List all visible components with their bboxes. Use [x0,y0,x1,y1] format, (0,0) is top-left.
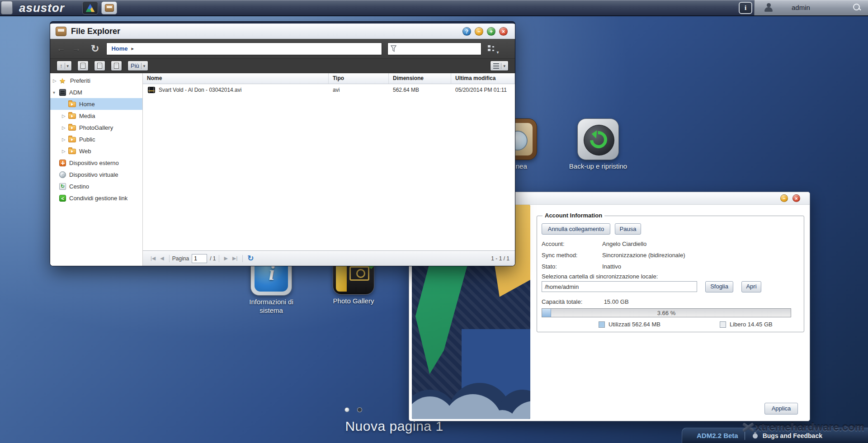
sidebar-item-adm[interactable]: ▾ADM [50,86,142,98]
info-row-sync-method: Sync method:Sincronizzazione (bidirezion… [542,252,685,259]
refresh-icon[interactable]: ↻ [91,43,99,55]
upload-button[interactable]: ↑ ▾ [57,61,72,71]
expand-arrow-icon[interactable]: ▷ [62,137,68,142]
more-dropdown-icon[interactable]: ▾ [141,63,146,69]
maximize-icon[interactable]: + [487,27,495,36]
breadcrumb[interactable]: Home ▸ [106,42,382,55]
used-legend-swatch [599,321,605,328]
minimize-icon[interactable]: − [780,194,788,202]
upload-dropdown-icon[interactable]: ▾ [65,63,69,69]
sidebar-item-label: Dispositivo esterno [69,160,119,166]
item-range-label: 1 - 1 / 1 [491,255,509,262]
system-info-button[interactable]: i [739,2,752,14]
sidebar-item-home[interactable]: Home [50,98,142,110]
free-legend-label: Libero 14.45 GB [730,321,773,328]
collapse-arrow-icon[interactable]: ▾ [53,90,59,95]
file-size: 562.64 MB [389,87,451,93]
sidebar-item-cestino[interactable]: Cestino [50,180,142,192]
last-page-icon[interactable]: ▶| [232,255,237,261]
file-explorer-titlebar[interactable]: File Explorer ? − + × [50,24,515,39]
folder-icon [68,102,76,107]
more-button[interactable]: Più ▾ [127,61,148,71]
copy-button[interactable] [77,61,89,71]
taskbar-file-explorer-button[interactable] [101,1,117,14]
forward-icon[interactable]: → [72,43,81,54]
column-header-dimensione[interactable]: Dimensione [389,73,451,84]
minimize-icon[interactable]: − [475,27,483,36]
footer-bar: ADM2.2 Beta Bugs and Feedback xtremehard… [682,428,868,443]
disconnect-button[interactable]: Annulla collegamento [542,223,610,235]
search-icon[interactable] [853,3,862,12]
adm-version-label: ADM2.2 Beta [697,432,738,439]
taskbar-google-drive-button[interactable] [82,1,98,14]
sidebar-item-label: Home [79,101,95,108]
close-icon[interactable]: × [499,27,508,36]
back-icon[interactable]: ← [57,43,66,54]
column-header-ultima-modifica[interactable]: Ultima modifica [451,73,515,84]
page-number-input[interactable] [192,254,207,263]
sidebar-item-dispositivo-esterno[interactable]: Dispositivo esterno [50,157,142,169]
filter-box[interactable] [387,42,481,55]
nas-icon [59,89,66,96]
used-legend-label: Utilizzati 562.64 MB [609,321,660,328]
folder-icon [68,125,76,131]
desktop-icon-backup[interactable]: Back-up e ripristino [577,118,619,160]
next-page-icon[interactable]: ▶ [224,255,228,261]
paste-icon [97,63,102,69]
file-explorer-icon [56,27,66,36]
asustor-logo: asustor [19,1,65,15]
watermark-x-icon [743,422,754,433]
sidebar-item-media[interactable]: ▷Media [50,110,142,122]
expand-arrow-icon[interactable]: ▷ [62,149,68,154]
page-dot[interactable] [357,407,362,412]
expand-arrow-icon[interactable]: ▷ [62,125,68,130]
info-label: Account: [542,240,602,247]
close-icon[interactable]: × [793,194,800,202]
sidebar-item-preferiti[interactable]: ▷Preferiti [50,75,142,86]
help-icon[interactable]: ? [462,27,471,36]
filter-input[interactable] [396,46,478,52]
browse-button[interactable]: Sfoglia [705,281,733,292]
sidebar-item-public[interactable]: ▷Public [50,133,142,145]
expand-arrow-icon[interactable]: ▷ [53,78,59,83]
list-view-dropdown-icon[interactable]: ▾ [501,63,505,69]
sync-folder-input[interactable] [542,281,697,292]
prev-page-icon[interactable]: ◀ [160,255,164,261]
page-total: / 1 [210,255,216,262]
breadcrumb-home[interactable]: Home [111,45,127,52]
info-label: Stato: [542,263,602,270]
list-view-button[interactable]: ▾ [490,61,509,71]
more-button-label: Più [131,62,139,69]
sidebar-item-web[interactable]: ▷Web [50,145,142,157]
sidebar-item-condividi-gestione-link[interactable]: Condividi gestione link [50,192,142,204]
sidebar-item-dispositivo-virtuale[interactable]: Dispositivo virtuale [50,169,142,180]
column-header-nome[interactable]: Nome [143,73,329,84]
paste-button[interactable] [94,61,105,71]
user-segment[interactable]: admin [754,0,868,15]
taskbar: asustor i admin [0,0,868,16]
apply-button[interactable]: Applica [764,403,798,415]
first-page-icon[interactable]: |◀ [151,255,156,261]
bugs-feedback-link[interactable]: Bugs and Feedback [763,432,822,439]
refresh-list-icon[interactable]: ↻ [247,254,254,263]
taskbar-left-tab[interactable] [1,1,13,14]
recycle-icon [59,183,66,190]
expand-arrow-icon[interactable]: ▷ [62,113,68,118]
navigation-toolbar: ← → ↻ Home ▸ [50,39,515,59]
select-button[interactable] [111,61,122,71]
desktop-icon-label: Back-up e ripristino [564,162,632,170]
open-button[interactable]: Apri [741,281,761,292]
pause-button[interactable]: Pausa [615,223,641,235]
star-icon [59,77,67,84]
info-row-account: Account:Angelo Ciardiello [542,240,646,247]
backup-restore-icon [577,118,619,160]
list-view-icon [493,63,499,69]
view-options-icon[interactable] [488,45,498,53]
column-header-tipo[interactable]: Tipo [329,73,389,84]
actions-toolbar: ↑ ▾ Più ▾ ▾ [50,59,515,73]
file-row[interactable]: Svart Vold - Al Don - 03042014.aviavi562… [143,84,515,96]
page-dot-active[interactable] [344,407,349,412]
sidebar-item-photogallery[interactable]: ▷PhotoGallery [50,122,142,133]
file-list: Svart Vold - Al Don - 03042014.aviavi562… [143,84,515,250]
info-value: Sincronizzazione (bidirezionale) [602,252,685,259]
